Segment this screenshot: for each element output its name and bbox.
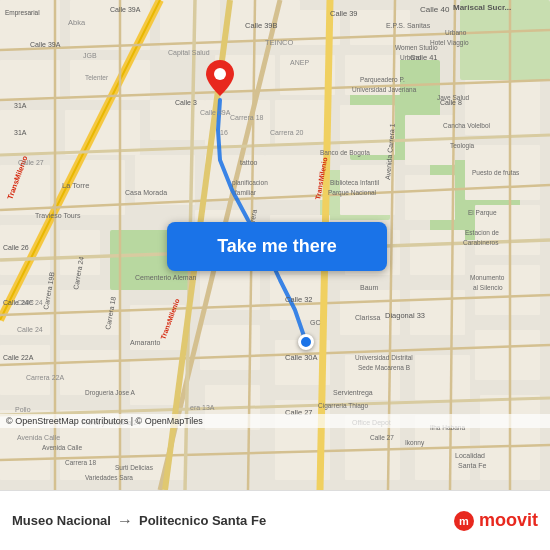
svg-text:Localidad: Localidad [455, 452, 485, 459]
svg-text:Santa Fe: Santa Fe [458, 462, 487, 469]
svg-text:Universidad Distrital: Universidad Distrital [355, 354, 413, 361]
svg-text:Cancha Volelbol: Cancha Volelbol [443, 122, 491, 129]
svg-text:Hotel Viaggio: Hotel Viaggio [430, 39, 469, 47]
svg-rect-36 [405, 175, 455, 220]
svg-text:Calle 24: Calle 24 [17, 326, 43, 333]
svg-text:era 13A: era 13A [190, 404, 215, 411]
arrow-icon: → [117, 512, 133, 530]
svg-text:Calle 22A: Calle 22A [3, 354, 34, 361]
svg-text:Parque Nacional: Parque Nacional [328, 189, 377, 197]
svg-text:La Torre: La Torre [62, 181, 89, 190]
svg-text:Clarissa: Clarissa [355, 314, 380, 321]
svg-rect-14 [150, 100, 205, 140]
svg-text:Drogueria Jose A: Drogueria Jose A [85, 389, 136, 397]
svg-text:Calle 39A: Calle 39A [200, 109, 231, 116]
svg-text:Biblioteca Infantil: Biblioteca Infantil [330, 179, 380, 186]
svg-text:Travieso Tours: Travieso Tours [35, 212, 81, 219]
svg-point-177 [214, 68, 226, 80]
svg-text:Ikonny: Ikonny [405, 439, 425, 447]
take-me-there-button[interactable]: Take me there [167, 222, 387, 271]
destination-marker [206, 60, 234, 100]
svg-text:Empresarial: Empresarial [5, 9, 40, 17]
svg-text:Capital Salud: Capital Salud [168, 49, 210, 57]
map-attribution: © OpenStreetMap contributors | © OpenMap… [0, 414, 550, 428]
svg-text:Casa Morada: Casa Morada [125, 189, 167, 196]
svg-text:Cigarreria Thiago: Cigarreria Thiago [318, 402, 368, 410]
svg-text:Pollo: Pollo [15, 406, 31, 413]
svg-text:Surti Delicias: Surti Delicias [115, 464, 154, 471]
svg-rect-12 [0, 110, 55, 155]
svg-text:Servientrega: Servientrega [333, 389, 373, 397]
svg-text:Mariscal Sucr...: Mariscal Sucr... [453, 3, 511, 12]
svg-text:Diagonal 33: Diagonal 33 [385, 311, 425, 320]
svg-text:Monumento: Monumento [470, 274, 505, 281]
svg-text:Universidad Javeriana: Universidad Javeriana [352, 86, 417, 93]
svg-text:Calle 39A: Calle 39A [30, 41, 61, 48]
svg-rect-27 [275, 100, 330, 145]
svg-text:Calle 32: Calle 32 [285, 295, 313, 304]
svg-text:Telenter: Telenter [85, 74, 109, 81]
svg-text:Carrera 20: Carrera 20 [270, 129, 304, 136]
svg-text:ANEP: ANEP [290, 59, 309, 66]
svg-text:Carrera 18: Carrera 18 [65, 459, 96, 466]
origin-label: Museo Nacional [12, 513, 111, 528]
svg-text:31A: 31A [14, 102, 27, 109]
svg-text:El Parque: El Parque [468, 209, 497, 217]
svg-rect-8 [0, 60, 60, 100]
svg-text:Sede Macarena B: Sede Macarena B [358, 364, 410, 371]
svg-text:Calle 26: Calle 26 [3, 244, 29, 251]
svg-text:Calle 39: Calle 39 [330, 9, 358, 18]
svg-text:Urbano: Urbano [400, 54, 422, 61]
route-info: Museo Nacional → Politecnico Santa Fe [12, 512, 266, 530]
svg-text:Jave Salud: Jave Salud [437, 94, 470, 101]
svg-text:Calle 40: Calle 40 [420, 5, 450, 14]
moovit-icon: m [453, 510, 475, 532]
svg-text:tattoo: tattoo [240, 159, 258, 166]
svg-text:Abka: Abka [68, 18, 86, 27]
svg-text:Carabineros: Carabineros [463, 239, 499, 246]
svg-text:Variedades Sara: Variedades Sara [85, 474, 133, 481]
svg-text:familiar: familiar [235, 189, 257, 196]
svg-text:JGB: JGB [83, 52, 97, 59]
svg-rect-59 [475, 330, 540, 380]
svg-rect-20 [135, 155, 195, 205]
svg-text:Avenida Calle: Avenida Calle [17, 434, 60, 441]
svg-text:m: m [459, 515, 469, 527]
svg-rect-5 [460, 0, 550, 80]
svg-text:TEINCO: TEINCO [265, 38, 294, 47]
bottom-bar: Museo Nacional → Politecnico Santa Fe m … [0, 490, 550, 550]
moovit-text: moovit [479, 510, 538, 531]
origin-marker [298, 334, 314, 350]
svg-text:Calle 3: Calle 3 [175, 99, 197, 106]
svg-rect-58 [415, 355, 470, 400]
svg-text:Calle 30A: Calle 30A [285, 353, 318, 362]
svg-text:al Silencio: al Silencio [473, 284, 503, 291]
svg-text:Parqueadero P.: Parqueadero P. [360, 76, 405, 84]
svg-text:E.P.S. Sanitas: E.P.S. Sanitas [386, 22, 431, 29]
destination-label: Politecnico Santa Fe [139, 513, 266, 528]
svg-text:GC: GC [310, 319, 321, 326]
moovit-logo: m moovit [453, 510, 538, 532]
svg-text:Calle 39B: Calle 39B [245, 21, 278, 30]
svg-rect-45 [410, 230, 465, 275]
svg-text:Amaranto: Amaranto [130, 339, 160, 346]
svg-text:Cementerio Aleman: Cementerio Aleman [135, 274, 197, 281]
svg-text:Banco de Bogota: Banco de Bogota [320, 149, 370, 157]
map-area[interactable]: Calle 40 Calle 39A Calle 39A Calle 39B C… [0, 0, 550, 490]
app-container: Calle 40 Calle 39A Calle 39A Calle 39B C… [0, 0, 550, 550]
svg-text:Carrera 22A: Carrera 22A [26, 374, 64, 381]
svg-text:Calle 39A: Calle 39A [110, 6, 141, 13]
svg-text:Baum: Baum [360, 284, 378, 291]
svg-text:Teologia: Teologia [450, 142, 475, 150]
svg-rect-39 [0, 345, 50, 395]
svg-text:Estacion de: Estacion de [465, 229, 499, 236]
svg-text:Calle 24: Calle 24 [17, 299, 43, 306]
svg-text:Avenida Calle: Avenida Calle [42, 444, 82, 451]
svg-text:Puesto de frutas: Puesto de frutas [472, 169, 520, 176]
svg-text:Calle 27: Calle 27 [18, 159, 44, 166]
svg-text:Calle 27: Calle 27 [370, 434, 394, 441]
svg-text:planificacion: planificacion [232, 179, 268, 187]
svg-text:16: 16 [220, 129, 228, 136]
svg-text:Urbano: Urbano [445, 29, 467, 36]
take-me-there-label: Take me there [217, 236, 337, 257]
